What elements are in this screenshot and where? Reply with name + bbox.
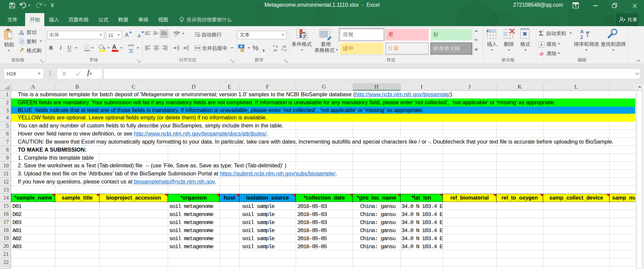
svg-text:.0: .0 <box>284 49 287 52</box>
svg-text:.00: .00 <box>273 49 277 52</box>
svg-text:.00: .00 <box>282 45 286 48</box>
svg-text:Z: Z <box>580 35 583 40</box>
svg-text:A: A <box>580 29 584 34</box>
svg-text:.0: .0 <box>275 45 278 48</box>
